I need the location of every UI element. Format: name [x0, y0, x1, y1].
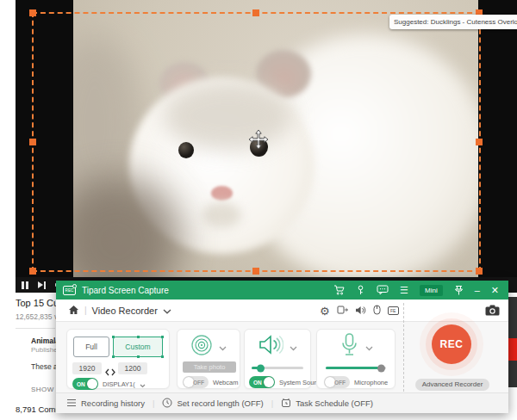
footer-separator: |	[153, 398, 154, 408]
advanced-recorder-button[interactable]: Advanced Recorder	[415, 379, 489, 391]
webcam-chevron-icon[interactable]	[219, 339, 227, 355]
settings-gear-icon[interactable]: ⚙	[320, 305, 330, 318]
full-screen-button[interactable]: Full	[73, 337, 109, 357]
take-photo-button: Take photo	[183, 361, 236, 373]
list-icon	[66, 398, 77, 409]
window-titlebar[interactable]: REC Tipard Screen Capture ☰ Mini – ✕	[56, 281, 508, 300]
display-source-label[interactable]: DISPLAY1(	[103, 380, 135, 388]
mic-chevron-icon[interactable]	[365, 339, 373, 355]
display-toggle-row: ON DISPLAY1(	[72, 376, 146, 392]
handle-top-left[interactable]	[29, 9, 36, 16]
handle-bottom-mid[interactable]	[252, 268, 259, 275]
mouse-icon[interactable]	[373, 303, 381, 318]
footer-separator: |	[271, 398, 273, 408]
handle-bottom-right[interactable]	[476, 268, 483, 275]
handle-mid-right[interactable]	[476, 139, 483, 145]
suggestion-tooltip: Suggested: Ducklings - Cuteness Overload…	[389, 15, 517, 29]
handle-mid-left[interactable]	[29, 139, 36, 145]
webcam-toggle[interactable]: OFF	[183, 376, 209, 388]
mode-selector-label[interactable]: Video Recorder	[92, 306, 158, 316]
display-area-card: Full Custom 1920 1200 ON DISPLAY1(	[66, 329, 170, 389]
webcam-card: Take photo OFF Webcam	[177, 329, 240, 389]
sound-icon[interactable]	[355, 303, 366, 318]
nav-divider: |	[84, 306, 87, 315]
pin-icon[interactable]	[454, 285, 464, 295]
mini-mode-button[interactable]: Mini	[420, 285, 443, 296]
rec-button[interactable]: REC	[432, 324, 471, 364]
mic-toggle-row: OFF Microphone	[324, 376, 388, 388]
webcam-toggle-row: OFF Webcam	[183, 376, 238, 388]
microphone-icon	[339, 332, 359, 361]
screenshot-camera-icon[interactable]	[485, 304, 500, 319]
handle-top-mid[interactable]	[252, 9, 259, 16]
suggestion-text: Suggested: Ducklings - Cuteness Overload	[394, 18, 517, 26]
system-sound-label: System Sound	[279, 379, 321, 386]
chevron-down-icon[interactable]	[163, 306, 171, 316]
next-button[interactable]	[38, 281, 47, 289]
screen: Top 15 Cutest E 12,652,835 views Animala…	[0, 0, 517, 420]
home-icon[interactable]	[68, 305, 79, 317]
system-sound-toggle[interactable]: ON	[249, 376, 275, 388]
webcam-icon	[190, 334, 213, 360]
microphone-label: Microphone	[354, 379, 388, 386]
mode-nav-row: | Video Recorder ⚙ FE	[56, 300, 508, 322]
app-logo-icon: REC	[63, 286, 76, 295]
clock-icon	[162, 398, 172, 410]
output-icon[interactable]	[337, 303, 348, 318]
height-input[interactable]: 1200	[118, 362, 147, 374]
sound-chevron-icon[interactable]	[290, 339, 297, 355]
key-icon[interactable]	[356, 285, 365, 295]
display-chevron-icon[interactable]	[140, 376, 146, 392]
schedule-clock-icon	[281, 398, 291, 410]
sound-toggle-row: ON System Sound	[249, 376, 321, 388]
record-length-button[interactable]: Set record length (OFF)	[162, 398, 263, 410]
microphone-toggle[interactable]: OFF	[324, 376, 350, 388]
display-toggle[interactable]: ON	[72, 378, 98, 390]
sidebar-red-thumbnail	[508, 338, 517, 361]
recorder-window: REC Tipard Screen Capture ☰ Mini – ✕	[56, 281, 508, 413]
move-cursor-icon	[248, 129, 269, 153]
handle-bottom-left[interactable]	[29, 268, 36, 275]
webcam-label: Webcam	[213, 379, 238, 386]
divider	[16, 328, 55, 329]
task-schedule-button[interactable]: Task Schedule (OFF)	[281, 398, 373, 410]
close-button[interactable]: ✕	[491, 286, 499, 295]
cart-icon[interactable]	[333, 285, 345, 295]
recording-history-button[interactable]: Recording history	[66, 398, 145, 409]
minimize-button[interactable]: –	[475, 286, 480, 295]
custom-label: Custom	[125, 343, 150, 351]
hotkey-icon[interactable]: FE	[388, 306, 399, 315]
microphone-card: OFF Microphone	[316, 329, 396, 389]
custom-area-button[interactable]: Custom	[113, 337, 163, 357]
system-sound-card: ON System Sound	[244, 329, 311, 389]
feedback-icon[interactable]	[377, 285, 389, 295]
window-footer: Recording history | Set record length (O…	[56, 392, 508, 413]
section-divider	[403, 303, 404, 392]
microphone-slider[interactable]	[326, 367, 386, 369]
menu-icon[interactable]: ☰	[400, 286, 408, 295]
speaker-icon	[258, 333, 283, 360]
width-input[interactable]: 1920	[72, 362, 102, 374]
system-sound-slider[interactable]	[252, 367, 303, 369]
pause-button[interactable]	[22, 281, 28, 289]
window-title: Tipard Screen Capture	[82, 286, 169, 295]
